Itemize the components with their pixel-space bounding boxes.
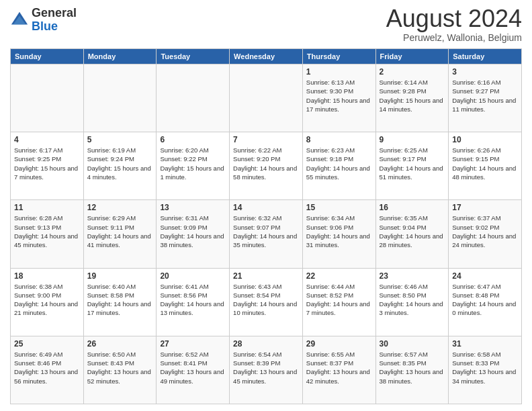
col-saturday: Saturday <box>449 49 522 64</box>
cell-info: Sunrise: 6:38 AM Sunset: 9:00 PM Dayligh… <box>14 282 80 318</box>
table-row: 2Sunrise: 6:14 AM Sunset: 9:28 PM Daylig… <box>375 64 449 132</box>
table-row: 23Sunrise: 6:46 AM Sunset: 8:50 PM Dayli… <box>375 268 449 336</box>
table-row: 29Sunrise: 6:55 AM Sunset: 8:37 PM Dayli… <box>302 336 375 404</box>
calendar-week-5: 25Sunrise: 6:49 AM Sunset: 8:46 PM Dayli… <box>11 336 522 404</box>
cell-info: Sunrise: 6:16 AM Sunset: 9:27 PM Dayligh… <box>452 78 518 113</box>
col-sunday: Sunday <box>11 49 84 64</box>
calendar-week-1: 1Sunrise: 6:13 AM Sunset: 9:30 PM Daylig… <box>11 64 522 132</box>
general-blue-logo-icon <box>10 11 29 30</box>
cell-info: Sunrise: 6:26 AM Sunset: 9:15 PM Dayligh… <box>452 146 518 181</box>
logo-blue: Blue <box>32 19 58 33</box>
title-block: August 2024 Peruwelz, Wallonia, Belgium <box>386 7 522 43</box>
cell-info: Sunrise: 6:55 AM Sunset: 8:37 PM Dayligh… <box>306 350 372 385</box>
table-row: 12Sunrise: 6:29 AM Sunset: 9:11 PM Dayli… <box>83 200 157 268</box>
cell-info: Sunrise: 6:54 AM Sunset: 8:39 PM Dayligh… <box>233 350 299 385</box>
table-row: 17Sunrise: 6:37 AM Sunset: 9:02 PM Dayli… <box>449 200 522 268</box>
table-row: 10Sunrise: 6:26 AM Sunset: 9:15 PM Dayli… <box>449 132 522 200</box>
table-row: 21Sunrise: 6:43 AM Sunset: 8:54 PM Dayli… <box>230 268 303 336</box>
cell-info: Sunrise: 6:47 AM Sunset: 8:48 PM Dayligh… <box>452 282 518 318</box>
cell-date: 11 <box>14 203 80 212</box>
cell-date: 15 <box>306 203 372 212</box>
cell-info: Sunrise: 6:32 AM Sunset: 9:07 PM Dayligh… <box>233 214 299 249</box>
cell-info: Sunrise: 6:31 AM Sunset: 9:09 PM Dayligh… <box>160 214 226 249</box>
cell-info: Sunrise: 6:25 AM Sunset: 9:17 PM Dayligh… <box>380 146 445 181</box>
cell-info: Sunrise: 6:57 AM Sunset: 8:35 PM Dayligh… <box>380 350 445 385</box>
cell-date: 18 <box>14 271 80 281</box>
cell-date: 21 <box>233 271 299 281</box>
cell-info: Sunrise: 6:35 AM Sunset: 9:04 PM Dayligh… <box>380 214 445 249</box>
table-row: 22Sunrise: 6:44 AM Sunset: 8:52 PM Dayli… <box>302 268 375 336</box>
cell-date: 29 <box>306 339 372 349</box>
cell-date: 7 <box>233 135 299 144</box>
logo: General Blue <box>10 7 77 34</box>
table-row: 19Sunrise: 6:40 AM Sunset: 8:58 PM Dayli… <box>83 268 157 336</box>
cell-info: Sunrise: 6:29 AM Sunset: 9:11 PM Dayligh… <box>87 214 153 249</box>
cell-info: Sunrise: 6:41 AM Sunset: 8:56 PM Dayligh… <box>160 282 226 318</box>
col-monday: Monday <box>83 49 157 64</box>
table-row: 28Sunrise: 6:54 AM Sunset: 8:39 PM Dayli… <box>230 336 303 404</box>
cell-date: 8 <box>306 135 372 144</box>
month-title: August 2024 <box>386 7 522 31</box>
table-row <box>157 64 230 132</box>
cell-info: Sunrise: 6:28 AM Sunset: 9:13 PM Dayligh… <box>14 214 80 249</box>
cell-date: 10 <box>452 135 518 144</box>
table-row: 14Sunrise: 6:32 AM Sunset: 9:07 PM Dayli… <box>230 200 303 268</box>
calendar-week-2: 4Sunrise: 6:17 AM Sunset: 9:25 PM Daylig… <box>11 132 522 200</box>
table-row <box>83 64 157 132</box>
cell-info: Sunrise: 6:13 AM Sunset: 9:30 PM Dayligh… <box>306 78 372 113</box>
cell-info: Sunrise: 6:58 AM Sunset: 8:33 PM Dayligh… <box>452 350 518 385</box>
cell-date: 13 <box>160 203 226 212</box>
calendar-week-3: 11Sunrise: 6:28 AM Sunset: 9:13 PM Dayli… <box>11 200 522 268</box>
cell-info: Sunrise: 6:22 AM Sunset: 9:20 PM Dayligh… <box>233 146 299 181</box>
table-row: 18Sunrise: 6:38 AM Sunset: 9:00 PM Dayli… <box>11 268 84 336</box>
table-row: 15Sunrise: 6:34 AM Sunset: 9:06 PM Dayli… <box>302 200 375 268</box>
cell-date: 26 <box>87 339 153 349</box>
cell-info: Sunrise: 6:49 AM Sunset: 8:46 PM Dayligh… <box>14 350 80 385</box>
col-friday: Friday <box>375 49 449 64</box>
cell-date: 24 <box>452 271 518 281</box>
logo-general: General <box>32 6 77 19</box>
table-row: 4Sunrise: 6:17 AM Sunset: 9:25 PM Daylig… <box>11 132 84 200</box>
calendar-week-4: 18Sunrise: 6:38 AM Sunset: 9:00 PM Dayli… <box>11 268 522 336</box>
table-row: 8Sunrise: 6:23 AM Sunset: 9:18 PM Daylig… <box>302 132 375 200</box>
cell-date: 14 <box>233 203 299 212</box>
cell-date: 20 <box>160 271 226 281</box>
col-tuesday: Tuesday <box>157 49 230 64</box>
table-row: 27Sunrise: 6:52 AM Sunset: 8:41 PM Dayli… <box>157 336 230 404</box>
cell-info: Sunrise: 6:52 AM Sunset: 8:41 PM Dayligh… <box>160 350 226 385</box>
cell-date: 17 <box>452 203 518 212</box>
cell-date: 30 <box>380 339 445 349</box>
cell-date: 22 <box>306 271 372 281</box>
cell-info: Sunrise: 6:37 AM Sunset: 9:02 PM Dayligh… <box>452 214 518 249</box>
table-row: 6Sunrise: 6:20 AM Sunset: 9:22 PM Daylig… <box>157 132 230 200</box>
table-row: 13Sunrise: 6:31 AM Sunset: 9:09 PM Dayli… <box>157 200 230 268</box>
col-thursday: Thursday <box>302 49 375 64</box>
table-row <box>230 64 303 132</box>
table-row <box>11 64 84 132</box>
table-row: 24Sunrise: 6:47 AM Sunset: 8:48 PM Dayli… <box>449 268 522 336</box>
cell-info: Sunrise: 6:40 AM Sunset: 8:58 PM Dayligh… <box>87 282 153 318</box>
table-row: 11Sunrise: 6:28 AM Sunset: 9:13 PM Dayli… <box>11 200 84 268</box>
cell-date: 31 <box>452 339 518 349</box>
table-row: 1Sunrise: 6:13 AM Sunset: 9:30 PM Daylig… <box>302 64 375 132</box>
cell-date: 4 <box>14 135 80 144</box>
table-row: 26Sunrise: 6:50 AM Sunset: 8:43 PM Dayli… <box>83 336 157 404</box>
cell-date: 28 <box>233 339 299 349</box>
cell-info: Sunrise: 6:50 AM Sunset: 8:43 PM Dayligh… <box>87 350 153 385</box>
table-row: 20Sunrise: 6:41 AM Sunset: 8:56 PM Dayli… <box>157 268 230 336</box>
cell-info: Sunrise: 6:14 AM Sunset: 9:28 PM Dayligh… <box>380 78 445 113</box>
cell-info: Sunrise: 6:19 AM Sunset: 9:24 PM Dayligh… <box>87 146 153 181</box>
table-row: 16Sunrise: 6:35 AM Sunset: 9:04 PM Dayli… <box>375 200 449 268</box>
calendar-header-row: Sunday Monday Tuesday Wednesday Thursday… <box>11 49 522 64</box>
cell-info: Sunrise: 6:20 AM Sunset: 9:22 PM Dayligh… <box>160 146 226 181</box>
cell-info: Sunrise: 6:17 AM Sunset: 9:25 PM Dayligh… <box>14 146 80 181</box>
cell-date: 3 <box>452 67 518 77</box>
cell-date: 25 <box>14 339 80 349</box>
table-row: 3Sunrise: 6:16 AM Sunset: 9:27 PM Daylig… <box>449 64 522 132</box>
table-row: 9Sunrise: 6:25 AM Sunset: 9:17 PM Daylig… <box>375 132 449 200</box>
table-row: 7Sunrise: 6:22 AM Sunset: 9:20 PM Daylig… <box>230 132 303 200</box>
table-row: 25Sunrise: 6:49 AM Sunset: 8:46 PM Dayli… <box>11 336 84 404</box>
cell-date: 16 <box>380 203 445 212</box>
page: General Blue August 2024 Peruwelz, Wallo… <box>0 0 532 411</box>
cell-date: 19 <box>87 271 153 281</box>
